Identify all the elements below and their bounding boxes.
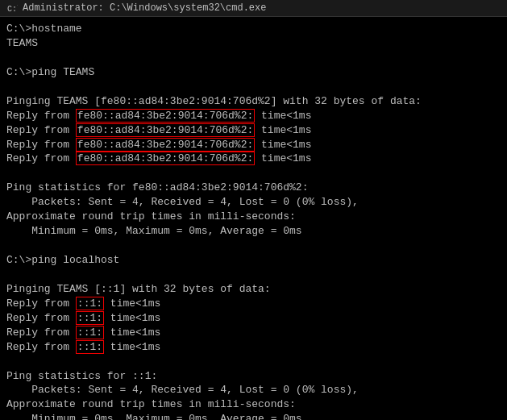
line-ping-localhost-cmd: C:\>ping localhost	[6, 253, 501, 268]
highlight-ip-2: fe80::ad84:3be2:9014:706d%2:	[76, 123, 255, 137]
title-bar-text: Administrator: C:\Windows\system32\cmd.e…	[23, 2, 266, 14]
line-stat3: Approximate round trip times in milli-se…	[6, 210, 501, 224]
line-stat8: Minimum = 0ms, Maximum = 0ms, Average = …	[6, 412, 501, 420]
terminal: C:\>hostname TEAMS C:\>ping TEAMS Pingin…	[0, 17, 507, 420]
svg-text:C:\: C:\	[7, 5, 18, 14]
line-reply-8: Reply from ::1: time<1ms	[6, 340, 501, 355]
highlight-ip-1: fe80::ad84:3be2:9014:706d%2:	[76, 109, 255, 123]
line-reply-3: Reply from fe80::ad84:3be2:9014:706d%2: …	[6, 138, 501, 152]
line-hostname-out: TEAMS	[6, 36, 501, 51]
highlight-ip-7: ::1:	[76, 326, 104, 339]
line-reply-7: Reply from ::1: time<1ms	[6, 326, 501, 340]
line-stat5: Ping statistics for ::1:	[6, 369, 501, 384]
highlight-ip-4: fe80::ad84:3be2:9014:706d%2:	[76, 152, 255, 165]
line-ping-teams-hdr: Pinging TEAMS [fe80::ad84:3be2:9014:706d…	[6, 94, 501, 109]
highlight-ip-5: ::1:	[76, 297, 104, 310]
line-stat7: Approximate round trip times in milli-se…	[6, 397, 501, 412]
highlight-ip-3: fe80::ad84:3be2:9014:706d%2:	[76, 138, 255, 152]
title-bar: C:\ Administrator: C:\Windows\system32\c…	[0, 0, 507, 17]
highlight-ip-6: ::1:	[76, 311, 104, 325]
line-stat2: Packets: Sent = 4, Received = 4, Lost = …	[6, 195, 501, 210]
line-stat6: Packets: Sent = 4, Received = 4, Lost = …	[6, 383, 501, 397]
line-hostname-cmd: C:\>hostname	[6, 22, 501, 36]
line-reply-2: Reply from fe80::ad84:3be2:9014:706d%2: …	[6, 123, 501, 138]
line-reply-1: Reply from fe80::ad84:3be2:9014:706d%2: …	[6, 109, 501, 123]
line-ping-localhost-hdr: Pinging TEAMS [::1] with 32 bytes of dat…	[6, 282, 501, 297]
highlight-ip-8: ::1:	[76, 340, 104, 354]
line-reply-4: Reply from fe80::ad84:3be2:9014:706d%2: …	[6, 152, 501, 166]
line-stat1: Ping statistics for fe80::ad84:3be2:9014…	[6, 181, 501, 195]
line-stat4: Minimum = 0ms, Maximum = 0ms, Average = …	[6, 224, 501, 239]
line-ping-teams-cmd: C:\>ping TEAMS	[6, 65, 501, 80]
cmd-icon: C:\	[6, 2, 18, 14]
line-reply-6: Reply from ::1: time<1ms	[6, 311, 501, 326]
line-reply-5: Reply from ::1: time<1ms	[6, 297, 501, 311]
